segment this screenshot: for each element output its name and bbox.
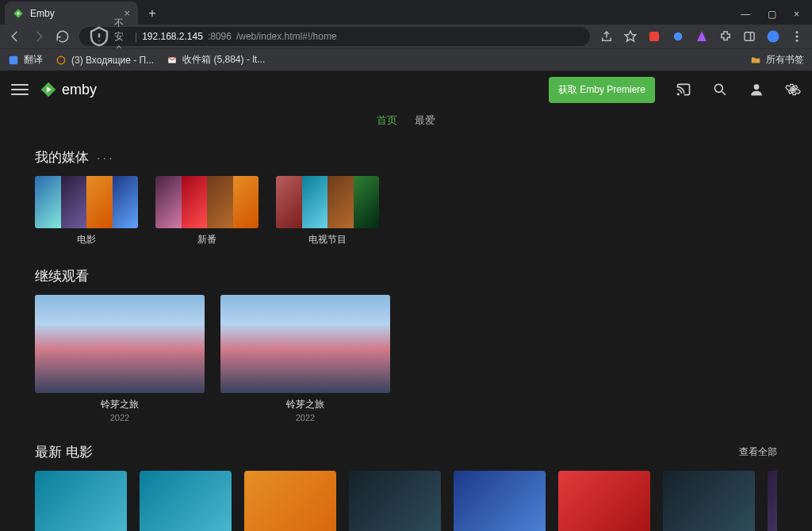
svg-line-20 <box>722 92 726 95</box>
movie-card[interactable] <box>349 471 441 531</box>
section-continue-watching: 继续观看 铃芽之旅 2022 铃芽之旅 2022 <box>35 267 777 422</box>
extensions-icon[interactable] <box>718 29 733 44</box>
svg-rect-14 <box>10 55 18 64</box>
movie-card[interactable] <box>558 471 650 531</box>
continue-thumbnail <box>220 295 390 393</box>
svg-point-12 <box>796 36 799 38</box>
section-menu-icon[interactable]: · · · <box>97 151 112 164</box>
continue-card[interactable]: 铃芽之旅 2022 <box>220 295 390 422</box>
movie-card[interactable] <box>244 471 336 531</box>
library-label: 电视节目 <box>276 233 379 246</box>
extension-red-icon[interactable] <box>647 29 661 44</box>
window-controls: — ▢ × <box>741 9 812 25</box>
emby-app: emby 获取 Emby Premiere 首页 最爱 我的媒体 · · · 电… <box>0 71 812 531</box>
bookmark-gmail[interactable]: 收件箱 (5,884) - lt... <box>167 53 265 67</box>
emby-favicon-icon <box>13 8 24 19</box>
tab-home[interactable]: 首页 <box>377 113 397 128</box>
app-header: emby 获取 Emby Premiere <box>0 71 812 109</box>
svg-point-21 <box>754 84 760 90</box>
all-bookmarks-label: 所有书签 <box>766 53 804 67</box>
svg-point-22 <box>791 88 795 92</box>
menu-button[interactable] <box>11 81 29 98</box>
browser-menu-icon[interactable] <box>790 29 804 44</box>
svg-point-18 <box>678 94 680 95</box>
svg-point-19 <box>714 84 722 92</box>
svg-marker-4 <box>625 31 636 41</box>
bookmark-translate[interactable]: 翻译 <box>8 53 43 67</box>
continue-year: 2022 <box>35 413 205 422</box>
panel-icon[interactable] <box>742 29 756 44</box>
gmail-icon <box>167 55 178 66</box>
folder-icon <box>750 55 761 66</box>
library-thumbnail <box>35 176 138 228</box>
all-bookmarks-button[interactable]: 所有书签 <box>750 53 804 67</box>
window-maximize-icon[interactable]: ▢ <box>768 9 776 20</box>
url-host: 192.168.2.145 <box>142 31 203 42</box>
movie-card[interactable] <box>140 471 232 531</box>
extension-purple-icon[interactable] <box>695 29 709 44</box>
reload-button[interactable] <box>56 29 70 44</box>
bookmark-star-icon[interactable] <box>623 29 638 44</box>
window-close-icon[interactable]: × <box>794 9 799 20</box>
url-path: /web/index.html#!/home <box>236 31 337 42</box>
new-tab-button[interactable]: + <box>143 4 162 23</box>
tab-title: Emby <box>30 8 55 19</box>
svg-rect-5 <box>649 32 659 41</box>
svg-point-11 <box>796 31 799 33</box>
get-premiere-button[interactable]: 获取 Emby Premiere <box>549 77 655 103</box>
library-tv[interactable]: 电视节目 <box>276 176 379 246</box>
profile-avatar-icon[interactable] <box>766 29 780 44</box>
mail-icon <box>56 55 67 66</box>
svg-point-10 <box>768 31 779 43</box>
address-bar[interactable]: 不安全 | 192.168.2.145:8096/web/index.html#… <box>79 27 590 46</box>
movie-card[interactable] <box>768 471 777 531</box>
tab-favorites[interactable]: 最爱 <box>415 113 435 128</box>
bookmark-label: (3) Входящие - П... <box>71 55 154 66</box>
continue-year: 2022 <box>220 413 390 422</box>
forward-button[interactable] <box>32 29 46 44</box>
emby-logo-icon <box>40 81 57 98</box>
back-button[interactable] <box>8 29 22 44</box>
cast-icon[interactable] <box>676 82 691 97</box>
share-icon[interactable] <box>599 29 614 44</box>
continue-thumbnail <box>35 295 205 393</box>
svg-rect-8 <box>745 32 754 41</box>
bookmark-label: 收件箱 (5,884) - lt... <box>182 53 265 67</box>
library-anime[interactable]: 新番 <box>155 176 259 246</box>
bookmark-inbox-ru[interactable]: (3) Входящие - П... <box>56 55 154 66</box>
app-content: 我的媒体 · · · 电影 新番 电视节目 继续观看 <box>0 131 812 531</box>
window-minimize-icon[interactable]: — <box>741 9 750 20</box>
section-my-media: 我的媒体 · · · 电影 新番 电视节目 <box>35 148 777 246</box>
section-title: 最新 电影 <box>35 443 93 461</box>
user-icon[interactable] <box>749 82 764 97</box>
svg-point-13 <box>796 40 799 42</box>
translate-icon <box>8 55 19 66</box>
library-label: 电影 <box>35 233 138 246</box>
url-port: :8096 <box>208 31 232 42</box>
settings-icon[interactable] <box>785 82 801 97</box>
library-movies[interactable]: 电影 <box>35 176 138 246</box>
library-thumbnail <box>276 176 379 228</box>
section-latest-movies: 最新 电影 查看全部 <box>35 443 777 531</box>
section-title: 我的媒体 <box>35 148 89 166</box>
search-icon[interactable] <box>712 82 728 97</box>
continue-title: 铃芽之旅 <box>35 398 205 411</box>
extension-blue-icon[interactable] <box>671 29 685 44</box>
continue-card[interactable]: 铃芽之旅 2022 <box>35 295 205 422</box>
section-title: 继续观看 <box>35 267 89 285</box>
addr-separator: | <box>135 31 137 42</box>
bookmark-label: 翻译 <box>24 53 43 67</box>
home-tabs: 首页 最爱 <box>0 109 812 131</box>
svg-point-15 <box>57 56 64 63</box>
movie-card[interactable] <box>35 471 127 531</box>
svg-marker-7 <box>697 31 707 41</box>
see-all-link[interactable]: 查看全部 <box>739 445 777 459</box>
browser-toolbar: 不安全 | 192.168.2.145:8096/web/index.html#… <box>0 25 812 48</box>
movie-card[interactable] <box>663 471 755 531</box>
library-thumbnail <box>155 176 259 228</box>
library-label: 新番 <box>155 233 259 246</box>
movie-card[interactable] <box>454 471 546 531</box>
continue-title: 铃芽之旅 <box>220 398 390 411</box>
svg-point-6 <box>674 32 683 41</box>
app-logo[interactable]: emby <box>40 81 97 98</box>
